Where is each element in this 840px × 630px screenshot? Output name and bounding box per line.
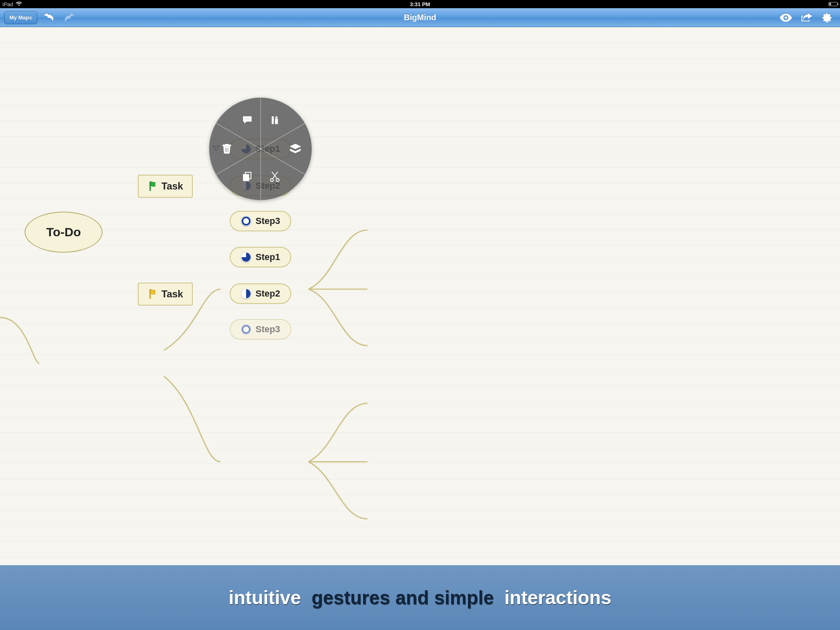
svg-rect-4	[226, 148, 227, 152]
step-label: Step1	[256, 252, 280, 262]
task-label: Task	[162, 180, 183, 192]
svg-point-9	[276, 179, 279, 182]
root-label: To-Do	[46, 225, 81, 239]
step-node[interactable]: Step3	[230, 319, 291, 340]
progress-icon	[241, 324, 251, 335]
svg-rect-5	[228, 148, 228, 152]
clock-label: 3:31 PM	[0, 1, 525, 7]
step-label: Step2	[256, 288, 280, 299]
progress-icon	[241, 252, 251, 262]
app-toolbar: My Maps BigMind	[0, 8, 525, 27]
app-title: BigMind	[0, 13, 525, 22]
step-label: Step3	[256, 216, 280, 226]
reorder-icon[interactable]	[269, 114, 281, 126]
step-label: Step3	[256, 324, 280, 335]
svg-point-1	[247, 119, 248, 119]
svg-point-8	[271, 179, 274, 182]
step-node[interactable]: Step3	[230, 211, 291, 231]
progress-icon	[241, 216, 251, 226]
progress-icon	[241, 288, 251, 299]
svg-rect-6	[243, 174, 249, 181]
root-node[interactable]: To-Do	[25, 212, 103, 253]
step-node[interactable]: Step1	[230, 247, 291, 267]
task-node[interactable]: Task	[138, 175, 193, 198]
cut-icon[interactable]	[269, 171, 281, 183]
radial-menu[interactable]	[209, 98, 312, 200]
my-maps-button[interactable]: My Maps	[4, 11, 37, 24]
svg-point-0	[245, 119, 246, 119]
ios-status-bar: iPad 3:31 PM	[0, 0, 525, 8]
undo-button[interactable]	[40, 8, 58, 27]
layers-icon[interactable]	[289, 143, 301, 155]
flag-icon	[148, 181, 158, 192]
copy-icon[interactable]	[241, 171, 253, 183]
task-label: Task	[162, 288, 183, 300]
svg-point-2	[249, 119, 249, 119]
mindmap-canvas[interactable]: To-Do Task Step1 Step2 Step3 Task Step1 …	[0, 27, 525, 394]
task-node[interactable]: Task	[138, 283, 193, 306]
svg-rect-3	[225, 148, 226, 152]
delete-icon[interactable]	[221, 143, 233, 155]
redo-button[interactable]	[60, 8, 78, 27]
flag-icon	[148, 289, 158, 299]
step-node[interactable]: Step2	[230, 283, 291, 304]
comment-icon[interactable]	[241, 114, 253, 126]
